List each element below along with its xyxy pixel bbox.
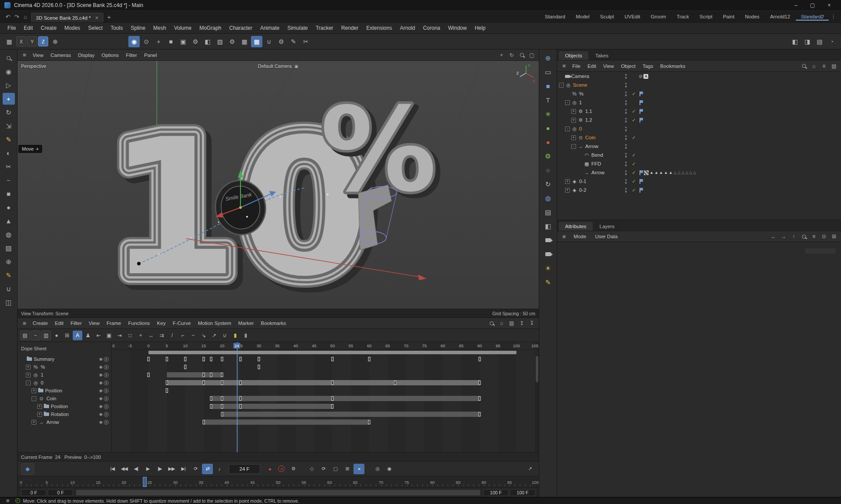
camera-move-icon[interactable]: + <box>497 51 506 60</box>
object-row[interactable]: +◈0-2✓ <box>557 186 841 194</box>
loop-icon[interactable]: ⟳ <box>190 464 201 474</box>
axis-x-button[interactable]: X <box>16 36 26 46</box>
cube-primitive-icon[interactable]: ■ <box>3 188 15 200</box>
paint-tool-icon[interactable]: ✎ <box>3 269 15 281</box>
filter-icon[interactable]: ≡ <box>809 232 818 241</box>
visibility-icon[interactable]: ◉ <box>99 420 102 424</box>
attr-mode-menu[interactable]: Mode <box>570 232 590 241</box>
tab-attributes[interactable]: Attributes <box>559 222 593 231</box>
menu-character[interactable]: Character <box>225 23 256 33</box>
tl-menu-f-curve[interactable]: F-Curve <box>169 319 194 328</box>
box-select-icon[interactable]: □ <box>125 331 135 340</box>
keyframe[interactable] <box>258 357 260 361</box>
key-marker-icon[interactable]: ▮ <box>230 331 240 340</box>
globe-icon[interactable]: ◍ <box>542 192 554 204</box>
keyframe[interactable] <box>332 357 334 361</box>
solo-on-icon[interactable]: ◉ <box>384 464 395 474</box>
layout-icon[interactable]: ▤ <box>507 319 516 328</box>
next-key-button[interactable]: ▶▶ <box>166 464 177 474</box>
visibility-dots[interactable] <box>623 92 629 96</box>
selection-tag-icon[interactable]: ▲ <box>669 170 673 175</box>
dope-sheet-mode-icon[interactable]: ▤ <box>20 331 30 340</box>
tweak-mode-icon[interactable]: + <box>153 36 164 47</box>
material-ball-icon[interactable]: ◍ <box>3 229 15 240</box>
automatic-mode-icon[interactable]: A <box>73 331 82 340</box>
tl-menu-functions[interactable]: Functions <box>124 319 153 328</box>
visibility-dots[interactable] <box>623 153 629 158</box>
enabled-checkmark[interactable]: ✓ <box>629 179 639 184</box>
track-row[interactable]: +Rotation◉S <box>18 410 111 418</box>
snap-icon[interactable]: ∪ <box>220 331 230 340</box>
motion-mode-icon[interactable]: ▥ <box>41 331 51 340</box>
menu-mesh[interactable]: Mesh <box>149 23 170 33</box>
menu-window[interactable]: Window <box>444 23 471 33</box>
knife-icon[interactable]: ✂ <box>300 36 311 47</box>
enabled-checkmark[interactable]: ✓ <box>629 152 639 158</box>
selection-tag-icon[interactable]: △ <box>678 170 681 175</box>
enabled-checkmark[interactable]: ✓ <box>629 187 639 193</box>
nav-forward-icon[interactable]: → <box>779 232 788 241</box>
object-row[interactable]: +%%✓ <box>557 89 841 98</box>
add-marker-icon[interactable]: ▮ <box>241 331 251 340</box>
dope-sheet-scrollbar[interactable] <box>535 355 539 452</box>
tl-playhead[interactable] <box>237 342 237 452</box>
keyframe[interactable] <box>332 404 334 409</box>
nav-forward-icon[interactable]: ↷ <box>12 12 21 21</box>
clapper-icon[interactable]: ◧ <box>542 220 554 232</box>
editor-visibility-dot[interactable] <box>625 92 627 94</box>
keyframe[interactable] <box>332 396 334 401</box>
visibility-dots[interactable] <box>623 74 629 79</box>
selection-filter-icon[interactable]: ⊙ <box>141 36 152 47</box>
editor-visibility-dot[interactable] <box>625 179 627 181</box>
expander-icon[interactable]: + <box>32 388 36 393</box>
attr-mode-value[interactable]: User Data <box>591 232 621 241</box>
object-row[interactable]: +Camera⊘A <box>557 72 841 81</box>
sound-icon[interactable]: ♪ <box>214 464 225 474</box>
expander-icon[interactable]: - <box>571 144 576 149</box>
pen-tool-icon[interactable]: ✎ <box>3 134 15 145</box>
close-button[interactable]: × <box>822 1 837 10</box>
current-frame-field[interactable]: 24 F <box>229 464 260 474</box>
menu-mograph[interactable]: MoGraph <box>195 23 225 33</box>
visibility-icon[interactable]: ◉ <box>99 381 102 385</box>
layout-more-icon[interactable]: ⋮ <box>830 14 837 20</box>
keyframe[interactable] <box>210 396 212 401</box>
spline-start-point[interactable] <box>137 262 141 265</box>
object-row[interactable]: +⚙1.2✓ <box>557 116 841 124</box>
keying-settings-icon[interactable]: ⚙ <box>288 464 299 474</box>
layout-grid-icon[interactable]: ▤ <box>814 36 825 47</box>
tl-menu-filter[interactable]: Filter <box>67 319 85 328</box>
flag-tag-icon[interactable] <box>639 109 643 114</box>
next-key-icon[interactable]: ⇥ <box>115 331 124 340</box>
visibility-dots[interactable] <box>623 144 629 149</box>
layout-script[interactable]: Script <box>695 13 717 21</box>
simulation-settings-icon[interactable]: ⚙ <box>190 36 201 47</box>
visibility-dots[interactable] <box>623 109 629 114</box>
axis-gizmo[interactable]: Y X Z <box>516 63 536 83</box>
knife-tool-icon[interactable]: ✂ <box>3 161 15 173</box>
scale-keys-icon[interactable]: ↔ <box>146 331 156 340</box>
current-frame-chip[interactable]: 24 <box>233 343 240 349</box>
object-row[interactable]: +◈0-1✓ <box>557 177 841 186</box>
ease-in-icon[interactable]: ↘ <box>199 331 208 340</box>
track-range-bar[interactable] <box>167 380 480 385</box>
render-visibility-dot[interactable] <box>625 129 627 131</box>
track-range-bar[interactable] <box>204 419 369 425</box>
tl-menu-motion-system[interactable]: Motion System <box>194 319 235 328</box>
menu-spline[interactable]: Spline <box>127 23 149 33</box>
shape-icon[interactable]: ▭ <box>542 66 554 78</box>
track-lane[interactable] <box>112 387 539 395</box>
layout-standard[interactable]: Standard <box>540 13 570 21</box>
sphere-primitive-icon[interactable]: ● <box>3 201 15 213</box>
light-icon[interactable]: ☀ <box>542 262 554 274</box>
render-visibility-dot[interactable] <box>625 138 627 140</box>
selection-tag-icon[interactable]: ▲ <box>654 170 658 175</box>
editor-visibility-dot[interactable] <box>625 100 627 102</box>
record-button[interactable]: ● <box>264 464 275 474</box>
film-icon[interactable]: ▤ <box>542 206 554 218</box>
summary-overview-bar[interactable] <box>148 351 516 354</box>
layout-standard2[interactable]: Standard2 <box>796 13 829 21</box>
track-row[interactable]: +%%◉S <box>18 363 111 371</box>
viewport-menu-display[interactable]: Display <box>74 51 98 60</box>
export-icon[interactable]: ↥ <box>517 319 526 328</box>
